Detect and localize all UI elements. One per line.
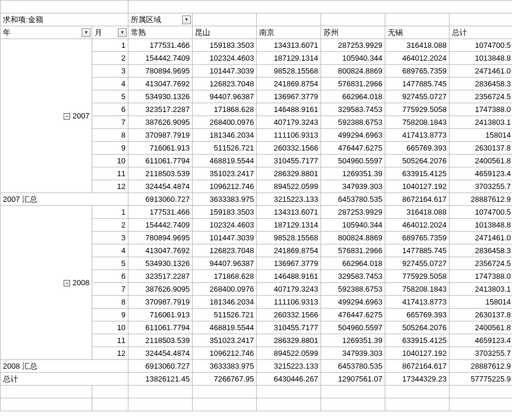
data-cell[interactable]: 316418.088 — [385, 39, 449, 52]
data-cell[interactable]: 633915.4125 — [385, 334, 449, 347]
data-cell[interactable]: 611061.7794 — [128, 155, 192, 167]
data-cell[interactable]: 187129.1314 — [256, 219, 321, 232]
row-total-cell[interactable]: 4659123.4 — [449, 334, 512, 347]
row-total-cell[interactable]: 1074700.5 — [449, 206, 512, 219]
column-field-label[interactable]: 所属区域▼ — [128, 13, 192, 26]
data-cell[interactable]: 268400.0976 — [192, 116, 256, 129]
data-cell[interactable]: 351023.2417 — [192, 167, 256, 180]
year-filter-dropdown[interactable]: ▼ — [82, 28, 90, 37]
data-cell[interactable]: 387626.9095 — [128, 116, 192, 129]
data-cell[interactable]: 1269351.39 — [321, 334, 385, 347]
month-cell[interactable]: 7 — [92, 283, 128, 296]
data-cell[interactable]: 101447.3039 — [192, 65, 256, 78]
year-subtotal-cell[interactable]: 6913060.727 — [128, 360, 192, 373]
data-cell[interactable]: 534930.1326 — [128, 257, 192, 270]
year-subtotal-cell[interactable]: 8672164.617 — [385, 360, 449, 373]
month-cell[interactable]: 12 — [92, 180, 128, 193]
data-cell[interactable]: 268400.0976 — [192, 283, 256, 296]
data-cell[interactable]: 504960.5597 — [321, 321, 385, 334]
row-total-cell[interactable]: 158014 — [449, 129, 512, 142]
month-cell[interactable]: 2 — [92, 219, 128, 232]
row-total-cell[interactable]: 158014 — [449, 296, 512, 309]
data-cell[interactable]: 370987.7919 — [128, 296, 192, 309]
month-cell[interactable]: 5 — [92, 257, 128, 270]
data-cell[interactable]: 576831.2966 — [321, 78, 385, 90]
row-year-label[interactable]: 年▼ — [1, 26, 92, 39]
data-cell[interactable]: 351023.2417 — [192, 334, 256, 347]
data-cell[interactable]: 370987.7919 — [128, 129, 192, 142]
data-cell[interactable]: 134313.6071 — [256, 206, 321, 219]
data-cell[interactable]: 98528.15568 — [256, 232, 321, 244]
data-cell[interactable]: 476447.6275 — [321, 309, 385, 321]
data-cell[interactable]: 347939.303 — [321, 180, 385, 193]
data-cell[interactable]: 111106.9313 — [256, 129, 321, 142]
data-cell[interactable]: 780894.9695 — [128, 232, 192, 244]
data-cell[interactable]: 102324.4603 — [192, 52, 256, 65]
data-cell[interactable]: 310455.7177 — [256, 155, 321, 167]
row-total-cell[interactable]: 2630137.8 — [449, 309, 512, 321]
data-cell[interactable]: 94407.96387 — [192, 90, 256, 103]
data-cell[interactable]: 758208.1843 — [385, 116, 449, 129]
data-cell[interactable]: 134313.6071 — [256, 39, 321, 52]
region-header[interactable]: 昆山 — [192, 26, 256, 39]
year-subtotal-cell[interactable]: 6453780.535 — [321, 193, 385, 206]
data-cell[interactable]: 780894.9695 — [128, 65, 192, 78]
region-header[interactable]: 无锡 — [385, 26, 449, 39]
data-cell[interactable]: 126823.7048 — [192, 78, 256, 90]
grand-total-cell[interactable]: 12907561.07 — [321, 373, 385, 386]
month-cell[interactable]: 2 — [92, 52, 128, 65]
data-cell[interactable]: 98528.15568 — [256, 65, 321, 78]
year-cell[interactable]: −2008 — [1, 206, 92, 360]
grand-total-cell[interactable]: 6430446.267 — [256, 373, 321, 386]
data-cell[interactable]: 181346.2034 — [192, 129, 256, 142]
year-subtotal-label[interactable]: 2008 汇总 — [1, 360, 128, 373]
data-cell[interactable]: 111106.9313 — [256, 296, 321, 309]
data-cell[interactable]: 468819.5544 — [192, 155, 256, 167]
year-subtotal-cell[interactable]: 6453780.535 — [321, 360, 385, 373]
data-cell[interactable]: 105940.344 — [321, 219, 385, 232]
data-cell[interactable]: 181346.2034 — [192, 296, 256, 309]
data-cell[interactable]: 101447.3039 — [192, 232, 256, 244]
region-header[interactable]: 常熟 — [128, 26, 192, 39]
data-cell[interactable]: 310455.7177 — [256, 321, 321, 334]
data-cell[interactable]: 689765.7359 — [385, 232, 449, 244]
row-total-cell[interactable]: 2836458.3 — [449, 78, 512, 90]
data-cell[interactable]: 387626.9095 — [128, 283, 192, 296]
data-cell[interactable]: 611061.7794 — [128, 321, 192, 334]
year-subtotal-cell[interactable]: 28887612.9 — [449, 193, 512, 206]
data-cell[interactable]: 468819.5544 — [192, 321, 256, 334]
data-cell[interactable]: 316418.088 — [385, 206, 449, 219]
month-cell[interactable]: 3 — [92, 65, 128, 78]
data-cell[interactable]: 154442.7409 — [128, 52, 192, 65]
data-cell[interactable]: 241869.8754 — [256, 244, 321, 257]
year-subtotal-cell[interactable]: 3633383.975 — [192, 360, 256, 373]
row-month-label[interactable]: 月▼ — [92, 26, 128, 39]
region-filter-dropdown[interactable]: ▼ — [182, 15, 191, 24]
data-cell[interactable]: 758208.1843 — [385, 283, 449, 296]
data-cell[interactable]: 665769.393 — [385, 309, 449, 321]
month-cell[interactable]: 6 — [92, 270, 128, 283]
month-cell[interactable]: 8 — [92, 296, 128, 309]
month-cell[interactable]: 1 — [92, 206, 128, 219]
data-cell[interactable]: 800824.8869 — [321, 232, 385, 244]
data-cell[interactable]: 499294.6963 — [321, 296, 385, 309]
collapse-toggle[interactable]: − — [64, 280, 70, 286]
region-header[interactable]: 苏州 — [321, 26, 385, 39]
row-total-cell[interactable]: 2471461.0 — [449, 65, 512, 78]
data-cell[interactable]: 534930.1326 — [128, 90, 192, 103]
data-cell[interactable]: 1477885.745 — [385, 244, 449, 257]
data-cell[interactable]: 633915.4125 — [385, 167, 449, 180]
data-cell[interactable]: 329583.7453 — [321, 103, 385, 116]
data-cell[interactable]: 159183.3503 — [192, 39, 256, 52]
data-cell[interactable]: 665769.393 — [385, 142, 449, 155]
row-total-cell[interactable]: 1013848.8 — [449, 52, 512, 65]
data-cell[interactable]: 592388.6753 — [321, 116, 385, 129]
data-cell[interactable]: 102324.4603 — [192, 219, 256, 232]
data-cell[interactable]: 894522.0599 — [256, 347, 321, 360]
row-total-cell[interactable]: 2356724.5 — [449, 90, 512, 103]
data-cell[interactable]: 511526.721 — [192, 142, 256, 155]
data-cell[interactable]: 1269351.39 — [321, 167, 385, 180]
data-cell[interactable]: 2118503.539 — [128, 334, 192, 347]
month-cell[interactable]: 1 — [92, 39, 128, 52]
data-cell[interactable]: 287253.9929 — [321, 206, 385, 219]
